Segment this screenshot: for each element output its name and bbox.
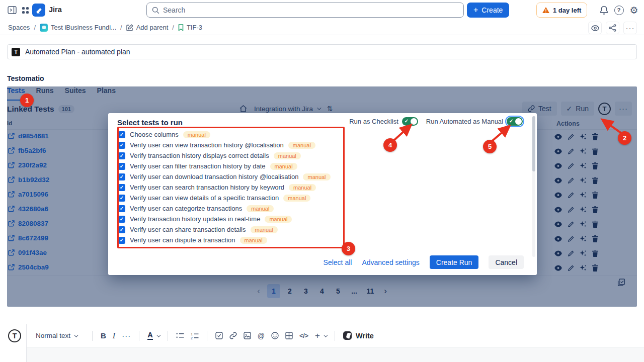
more-actions-icon[interactable]: ··· bbox=[623, 22, 637, 34]
test-row: ✓ Verify user can categorize transaction… bbox=[118, 203, 440, 214]
app-name: Jira bbox=[49, 6, 62, 14]
test-label: Verify user can dispute a transaction bbox=[130, 236, 235, 244]
help-icon[interactable]: ? bbox=[612, 3, 626, 17]
test-row: ✓ Verify user can download transaction h… bbox=[118, 171, 440, 182]
numbered-list-button[interactable]: 12 bbox=[191, 332, 199, 339]
settings-gear-icon[interactable]: ⚙ bbox=[627, 3, 641, 17]
testomatio-logo: T bbox=[12, 48, 20, 56]
manual-badge: manual bbox=[240, 237, 267, 244]
test-label: Verify user can search transaction histo… bbox=[130, 184, 284, 191]
select-all-link[interactable]: Select all bbox=[324, 258, 352, 266]
share-icon[interactable] bbox=[606, 22, 619, 34]
manual-badge: manual bbox=[251, 226, 278, 233]
watch-eye-icon[interactable] bbox=[588, 22, 602, 34]
comment-editor: Normal text B I ··· A 12 bbox=[26, 324, 644, 362]
bookmark-icon bbox=[178, 24, 184, 31]
test-label: Verify user can share transaction detail… bbox=[130, 226, 246, 233]
test-checkbox[interactable]: ✓ bbox=[118, 173, 125, 180]
test-checkbox[interactable]: ✓ bbox=[118, 226, 125, 233]
chevron-down-icon bbox=[74, 333, 78, 337]
test-checkbox[interactable]: ✓ bbox=[118, 184, 125, 191]
manual-badge: manual bbox=[265, 216, 292, 223]
insert-image-button[interactable] bbox=[244, 332, 251, 339]
manual-badge: manual bbox=[283, 195, 310, 202]
insert-more-button[interactable]: + bbox=[315, 331, 327, 341]
test-checkbox[interactable]: ✓ bbox=[118, 131, 125, 138]
test-label: Verify user can view transaction history… bbox=[130, 247, 284, 248]
test-checkbox[interactable]: ✓ bbox=[118, 195, 125, 202]
italic-button[interactable]: I bbox=[113, 331, 115, 340]
mention-button[interactable]: @ bbox=[258, 332, 265, 340]
test-checkbox[interactable]: ✓ bbox=[118, 152, 125, 159]
annotation-5: 5 bbox=[483, 140, 497, 153]
top-navigation: Jira Search + Create 1 day left ? ⚙ bbox=[0, 0, 644, 20]
cancel-button[interactable]: Cancel bbox=[489, 255, 524, 269]
sidebar-toggle-icon[interactable] bbox=[5, 3, 19, 17]
advanced-settings-link[interactable]: Advanced settings bbox=[362, 258, 419, 266]
text-color-button[interactable]: A bbox=[147, 331, 159, 340]
test-row: ✓ Verify user can search transaction his… bbox=[118, 182, 440, 193]
run-as-checklist-toggle[interactable]: ✓ bbox=[402, 117, 418, 126]
ai-write-button[interactable]: Write bbox=[343, 331, 374, 340]
test-row: ✓ Verify user can filter transaction his… bbox=[118, 161, 440, 171]
modal-scrollbar[interactable] bbox=[532, 116, 535, 257]
chevron-down-icon bbox=[156, 333, 160, 337]
editor-toolbar: Normal text B I ··· A 12 bbox=[27, 324, 644, 347]
notifications-bell-icon[interactable] bbox=[597, 3, 611, 17]
task-list-button[interactable] bbox=[215, 332, 223, 339]
create-button[interactable]: + Create bbox=[467, 3, 509, 18]
search-input[interactable]: Search bbox=[146, 3, 464, 18]
manual-badge: manual bbox=[289, 184, 316, 191]
test-checkbox[interactable]: ✓ bbox=[118, 237, 125, 244]
page: Jira Search + Create 1 day left ? ⚙ Spac… bbox=[0, 0, 644, 362]
test-row: ✓ Verify transaction history displays co… bbox=[118, 150, 440, 161]
more-formatting-button[interactable]: ··· bbox=[122, 331, 131, 340]
emoji-button[interactable] bbox=[271, 332, 279, 339]
jira-logo[interactable] bbox=[32, 4, 45, 17]
search-icon bbox=[152, 7, 159, 14]
testomatio-editor-logo: T bbox=[8, 329, 21, 342]
test-checkbox[interactable]: ✓ bbox=[118, 247, 125, 249]
manual-badge: manual bbox=[274, 152, 301, 159]
test-checkbox[interactable]: ✓ bbox=[118, 216, 125, 223]
test-row: ✓ Verify transaction history updates in … bbox=[118, 214, 440, 224]
annotation-3: 3 bbox=[342, 242, 355, 255]
insert-table-button[interactable] bbox=[285, 332, 293, 339]
search-placeholder: Search bbox=[163, 6, 185, 14]
test-label: Verify user can view details of a specif… bbox=[130, 194, 279, 202]
app-switcher-icon[interactable] bbox=[18, 3, 32, 17]
trial-countdown-badge[interactable]: 1 day left bbox=[536, 3, 587, 18]
manual-badge: manual bbox=[183, 131, 210, 138]
automated-plan-panel[interactable]: T Automated Plan - automated plan bbox=[7, 44, 637, 59]
breadcrumb-page[interactable]: TIF-3 bbox=[178, 24, 202, 31]
test-label: Choose columns bbox=[130, 131, 179, 138]
text-style-dropdown[interactable]: Normal text bbox=[36, 332, 84, 339]
code-block-button[interactable]: </> bbox=[299, 332, 308, 339]
run-automated-as-manual-toggle[interactable]: ✓ bbox=[507, 117, 523, 126]
insert-link-button[interactable] bbox=[229, 332, 237, 339]
svg-text:2: 2 bbox=[191, 336, 193, 339]
test-checkbox[interactable]: ✓ bbox=[118, 142, 125, 149]
panel-title: Automated Plan - automated plan bbox=[25, 48, 130, 56]
test-checkbox[interactable]: ✓ bbox=[118, 205, 125, 212]
breadcrumb-add-parent[interactable]: Add parent bbox=[126, 24, 169, 31]
test-label: Verify user can categorize transactions bbox=[130, 205, 242, 212]
test-label: Verify transaction history displays corr… bbox=[130, 152, 269, 159]
test-row: ✓ Verify user can share transaction deta… bbox=[118, 224, 440, 235]
space-avatar bbox=[40, 24, 48, 32]
breadcrumb-space[interactable]: Test iBusiness Fundi... bbox=[40, 24, 116, 32]
warning-icon bbox=[542, 7, 549, 13]
test-checkbox[interactable]: ✓ bbox=[118, 163, 125, 170]
svg-text:1: 1 bbox=[191, 332, 193, 336]
plus-icon: + bbox=[473, 6, 478, 15]
manual-badge: manual bbox=[247, 205, 274, 212]
create-run-button[interactable]: Create Run bbox=[430, 255, 479, 269]
bold-button[interactable]: B bbox=[101, 331, 106, 340]
breadcrumb-spaces[interactable]: Spaces bbox=[8, 24, 30, 31]
chevron-down-icon bbox=[324, 333, 328, 337]
editor-text-area[interactable] bbox=[27, 347, 644, 362]
manual-badge: manual bbox=[288, 142, 315, 149]
test-label: Verify transaction history updates in re… bbox=[130, 215, 260, 223]
bullet-list-button[interactable] bbox=[176, 332, 184, 339]
widget-heading: Testomatio bbox=[7, 74, 44, 82]
